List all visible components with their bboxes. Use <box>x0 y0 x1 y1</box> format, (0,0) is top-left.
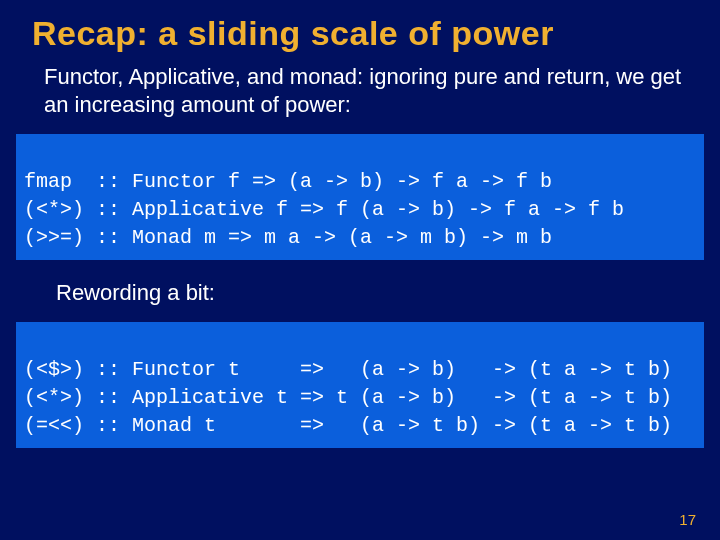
code-line: fmap :: Functor f => (a -> b) -> f a -> … <box>24 170 552 193</box>
code-line: (<*>) :: Applicative f => f (a -> b) -> … <box>24 198 624 221</box>
rewording-text: Rewording a bit: <box>0 266 720 316</box>
code-line: (<*>) :: Applicative t => t (a -> b) -> … <box>24 386 672 409</box>
code-block-2: (<$>) :: Functor t => (a -> b) -> (t a -… <box>16 322 704 448</box>
code-line: (<$>) :: Functor t => (a -> b) -> (t a -… <box>24 358 672 381</box>
slide-title: Recap: a sliding scale of power <box>0 0 720 59</box>
code-line: (>>=) :: Monad m => m a -> (a -> m b) ->… <box>24 226 552 249</box>
intro-text: Functor, Applicative, and monad: ignorin… <box>0 59 720 128</box>
code-line: (=<<) :: Monad t => (a -> t b) -> (t a -… <box>24 414 672 437</box>
page-number: 17 <box>679 511 696 528</box>
code-block-1: fmap :: Functor f => (a -> b) -> f a -> … <box>16 134 704 260</box>
